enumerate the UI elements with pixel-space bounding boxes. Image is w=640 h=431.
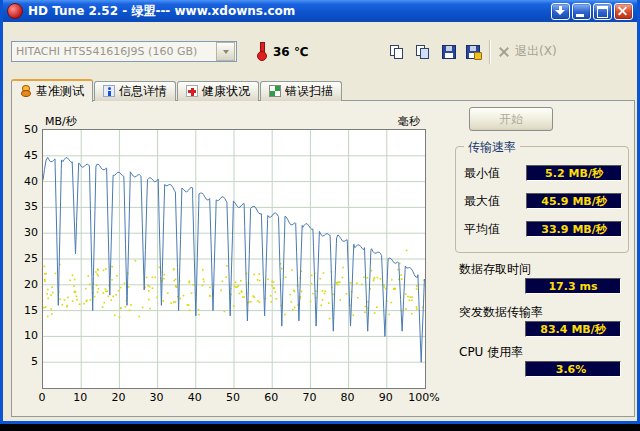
window-title: HD Tune 2.52 - 绿盟--- www.xdowns.com	[28, 3, 295, 20]
tab-strip: 基准测试 信息详情 健康状况 错误扫描	[11, 79, 343, 101]
drive-select-dropdown[interactable]: HITACHI HTS541616J9S (160 GB)	[11, 41, 237, 62]
title-bar[interactable]: HD Tune 2.52 - 绿盟--- www.xdowns.com	[3, 0, 637, 22]
burst-rate-value: 83.4	[540, 323, 567, 336]
access-time-value: 17.3	[548, 280, 575, 293]
download-button[interactable]	[551, 3, 570, 20]
save-image-icon	[466, 45, 480, 59]
x-axis-tick: 50	[226, 391, 240, 404]
close-button[interactable]	[614, 3, 633, 20]
value-box: 17.3 ms	[525, 278, 621, 294]
benchmark-chart: MB/秒 毫秒 50454035302520151050102030405060…	[12, 101, 457, 416]
scan-grid-icon	[269, 85, 281, 97]
plot-area	[42, 129, 426, 389]
group-title: 传输速率	[464, 139, 520, 156]
avg-value: 33.9	[541, 223, 568, 236]
tab-label: 健康状况	[202, 83, 250, 100]
maximize-button[interactable]	[593, 3, 612, 20]
drive-temperature: 36 ℃	[273, 45, 308, 59]
access-time-unit: ms	[580, 280, 598, 293]
avg-label: 平均值	[464, 221, 500, 238]
x-axis-tick: 100%	[408, 391, 439, 404]
copy-image-icon	[416, 45, 431, 60]
y-left-unit-label: MB/秒	[45, 114, 77, 129]
y-axis-tick: 30	[14, 226, 38, 239]
health-cross-icon	[186, 85, 198, 97]
hd-tune-window: HD Tune 2.52 - 绿盟--- www.xdowns.com HITA…	[0, 0, 640, 424]
y-axis-tick: 35	[14, 200, 38, 213]
burst-rate-label: 突发数据传输率	[459, 304, 543, 321]
exit-button[interactable]: 退出(X)	[498, 43, 557, 60]
min-value: 5.2	[545, 167, 565, 180]
dropdown-button[interactable]	[216, 42, 235, 61]
app-icon	[7, 3, 23, 19]
y-axis-tick: 15	[14, 304, 38, 317]
benchmark-plot	[43, 130, 425, 388]
value-box: 33.9 MB/秒	[526, 221, 622, 237]
x-axis-tick: 90	[379, 391, 393, 404]
y-axis-tick: 5	[14, 355, 38, 368]
max-value: 45.9	[541, 195, 568, 208]
x-axis-tick: 30	[150, 391, 164, 404]
max-label: 最大值	[464, 193, 500, 210]
value-box: 45.9 MB/秒	[526, 193, 622, 209]
stat-row-max: 最大值 45.9 MB/秒	[464, 193, 622, 209]
minimize-button[interactable]	[572, 3, 591, 20]
screen: HD Tune 2.52 - 绿盟--- www.xdowns.com HITA…	[0, 0, 640, 431]
value-box: 5.2 MB/秒	[526, 165, 622, 181]
tab-info[interactable]: 信息详情	[94, 81, 176, 101]
benchmark-icon	[20, 85, 32, 97]
tab-label: 信息详情	[119, 83, 167, 100]
benchmark-tab-page: MB/秒 毫秒 50454035302520151050102030405060…	[11, 100, 635, 417]
value-box: 83.4 MB/秒	[525, 321, 621, 337]
min-unit: MB/秒	[569, 166, 603, 181]
maximize-icon	[597, 6, 608, 18]
y-axis-tick: 40	[14, 175, 38, 188]
y-axis-tick: 10	[14, 329, 38, 342]
desktop-background	[0, 424, 640, 431]
start-button[interactable]: 开始	[469, 107, 553, 131]
exit-x-icon	[498, 46, 510, 58]
exit-label: 退出(X)	[515, 43, 557, 60]
chevron-down-icon	[223, 50, 229, 54]
burst-rate-unit: MB/秒	[571, 322, 605, 337]
minimize-icon	[576, 14, 584, 17]
x-axis-tick: 60	[264, 391, 278, 404]
transfer-rate-group: 传输速率 最小值 5.2 MB/秒 最大值 45.9 MB/秒 平	[455, 146, 629, 253]
x-axis-tick: 0	[39, 391, 46, 404]
save-text-button[interactable]	[437, 41, 461, 63]
stat-row-avg: 平均值 33.9 MB/秒	[464, 221, 622, 237]
x-axis-tick: 80	[341, 391, 355, 404]
info-icon	[103, 85, 115, 97]
copy-image-button[interactable]	[411, 41, 435, 63]
y-right-unit-label: 毫秒	[398, 114, 420, 129]
copy-icon	[390, 45, 405, 60]
value-box: 3.6%	[525, 361, 621, 377]
stat-row-min: 最小值 5.2 MB/秒	[464, 165, 622, 181]
x-axis-tick: 40	[188, 391, 202, 404]
y-axis-tick: 50	[14, 123, 38, 136]
tab-benchmark[interactable]: 基准测试	[11, 79, 93, 102]
cpu-usage-label: CPU 使用率	[459, 344, 523, 361]
avg-unit: MB/秒	[572, 222, 606, 237]
x-axis-tick: 70	[302, 391, 316, 404]
min-label: 最小值	[464, 165, 500, 182]
copy-text-button[interactable]	[385, 41, 409, 63]
cpu-usage-value: 3.6%	[556, 363, 587, 376]
save-icon	[442, 45, 456, 59]
y-axis-tick: 45	[14, 149, 38, 162]
tab-label: 错误扫描	[285, 83, 333, 100]
drive-select-value: HITACHI HTS541616J9S (160 GB)	[12, 45, 216, 58]
save-image-button[interactable]	[461, 41, 485, 63]
toolbar-separator	[489, 40, 491, 64]
x-axis-tick: 10	[73, 391, 87, 404]
window-controls	[551, 3, 633, 20]
max-unit: MB/秒	[572, 194, 606, 209]
y-axis-tick: 20	[14, 278, 38, 291]
y-axis-tick: 25	[14, 252, 38, 265]
tab-error-scan[interactable]: 错误扫描	[260, 81, 342, 101]
access-time-label: 数据存取时间	[459, 261, 531, 278]
x-axis-tick: 20	[111, 391, 125, 404]
tab-health[interactable]: 健康状况	[177, 81, 259, 101]
thermometer-icon	[255, 42, 268, 61]
tab-label: 基准测试	[36, 83, 84, 100]
